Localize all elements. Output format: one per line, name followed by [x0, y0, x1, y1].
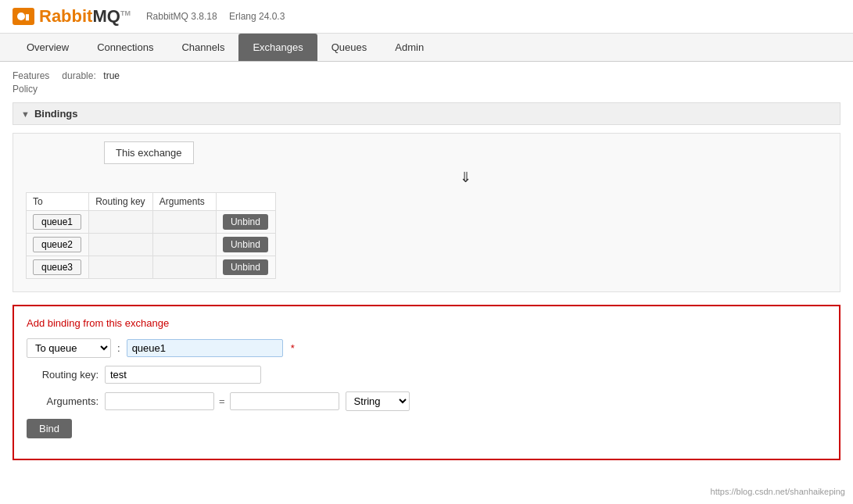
- arguments-cell: [152, 256, 216, 279]
- arguments-row: Arguments: = String Number Boolean: [27, 391, 826, 411]
- bind-button[interactable]: Bind: [27, 419, 72, 438]
- arguments-value-input[interactable]: [230, 392, 339, 410]
- nav-exchanges[interactable]: Exchanges: [238, 34, 317, 61]
- arguments-cell: [152, 211, 216, 234]
- queue-cell: queue2: [27, 234, 89, 256]
- nav-queues[interactable]: Queues: [317, 34, 382, 61]
- required-star: *: [291, 342, 295, 354]
- arguments-label: Arguments:: [27, 395, 105, 407]
- unbind-cell: Unbind: [216, 234, 275, 256]
- unbind-button[interactable]: Unbind: [223, 214, 268, 230]
- bindings-box: This exchange ⇓ To Routing key Arguments…: [13, 133, 840, 292]
- bind-button-row: Bind: [27, 419, 826, 438]
- to-queue-row: To queue To exchange : *: [27, 338, 826, 358]
- logo-text: RabbitMQTM: [39, 6, 131, 27]
- col-arguments: Arguments: [152, 193, 216, 211]
- section-collapse-arrow: ▼: [21, 109, 30, 119]
- header: ▮ RabbitMQTM RabbitMQ 3.8.18 Erlang 24.0…: [0, 0, 853, 34]
- rabbitmq-version: RabbitMQ 3.8.18: [146, 11, 217, 22]
- nav-admin[interactable]: Admin: [381, 34, 438, 61]
- content-area: Features durable: true Policy ▼ Bindings…: [0, 62, 853, 481]
- bindings-table: To Routing key Arguments queue1 Unbind q…: [26, 192, 276, 279]
- features-label: Features: [13, 70, 49, 81]
- nav-overview[interactable]: Overview: [13, 34, 83, 61]
- queue-button[interactable]: queue2: [33, 237, 81, 252]
- col-action: [216, 193, 275, 211]
- bindings-section-title: Bindings: [34, 108, 78, 120]
- routing-key-row: Routing key:: [27, 366, 826, 384]
- routing-key-cell: [89, 211, 153, 234]
- arguments-key-input[interactable]: [105, 392, 214, 410]
- routing-key-input[interactable]: [105, 366, 261, 384]
- logo-tm: TM: [120, 9, 131, 17]
- table-row: queue2 Unbind: [27, 234, 276, 256]
- to-dropdown[interactable]: To queue To exchange: [27, 338, 111, 358]
- equals-sign: =: [219, 395, 225, 407]
- policy-row: Policy: [13, 83, 840, 95]
- queue-cell: queue3: [27, 256, 89, 279]
- colon-separator: :: [117, 342, 120, 354]
- unbind-button[interactable]: Unbind: [223, 237, 268, 252]
- nav-channels[interactable]: Channels: [167, 34, 238, 61]
- this-exchange-container: This exchange: [26, 141, 827, 167]
- policy-label: Policy: [13, 80, 38, 98]
- add-binding-title: Add binding from this exchange: [27, 317, 826, 329]
- nav-bar: Overview Connections Channels Exchanges …: [0, 34, 853, 62]
- durable-info: durable: true: [62, 70, 120, 81]
- logo-icon: ▮: [13, 8, 34, 25]
- durable-label: durable:: [62, 70, 95, 81]
- add-binding-section: Add binding from this exchange To queue …: [13, 305, 840, 460]
- logo: ▮ RabbitMQTM: [13, 6, 131, 27]
- table-row: queue3 Unbind: [27, 256, 276, 279]
- routing-key-label: Routing key:: [27, 369, 105, 381]
- unbind-button[interactable]: Unbind: [223, 259, 268, 275]
- version-info: RabbitMQ 3.8.18 Erlang 24.0.3: [146, 11, 294, 22]
- arguments-cell: [152, 234, 216, 256]
- unbind-cell: Unbind: [216, 256, 275, 279]
- queue-cell: queue1: [27, 211, 89, 234]
- unbind-cell: Unbind: [216, 211, 275, 234]
- queue-button[interactable]: queue3: [33, 259, 81, 275]
- durable-value: true: [103, 70, 120, 81]
- col-to: To: [27, 193, 89, 211]
- this-exchange-label: This exchange: [104, 141, 194, 164]
- bindings-section-header[interactable]: ▼ Bindings: [13, 102, 840, 125]
- table-row: queue1 Unbind: [27, 211, 276, 234]
- features-row: Features durable: true: [13, 70, 840, 81]
- routing-key-cell: [89, 234, 153, 256]
- queue-input[interactable]: [127, 339, 283, 357]
- routing-key-cell: [89, 256, 153, 279]
- arrow-down: ⇓: [104, 169, 827, 186]
- nav-connections[interactable]: Connections: [83, 34, 167, 61]
- queue-button[interactable]: queue1: [33, 214, 81, 230]
- col-routing-key: Routing key: [89, 193, 153, 211]
- erlang-version: Erlang 24.0.3: [229, 11, 285, 22]
- type-dropdown[interactable]: String Number Boolean: [346, 391, 410, 411]
